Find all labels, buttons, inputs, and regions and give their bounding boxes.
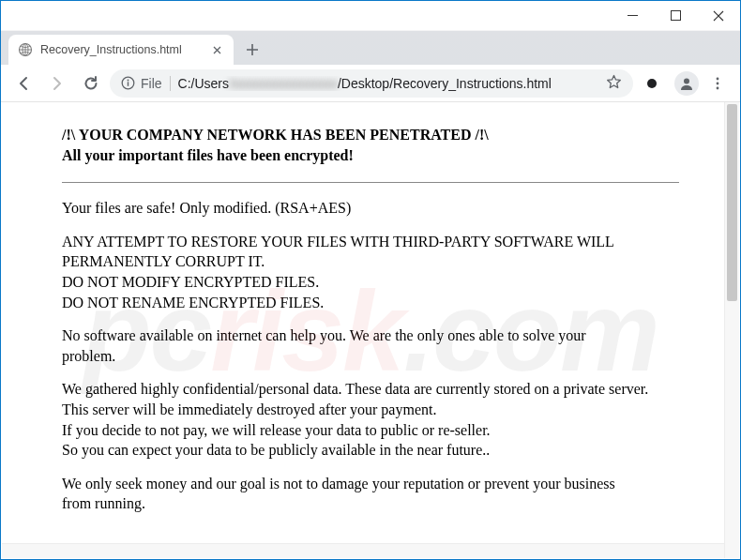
- url-suffix: /Desktop/Recovery_Instructions.html: [338, 76, 552, 91]
- paragraph-5: We only seek money and our goal is not t…: [62, 474, 615, 514]
- page-viewport: /!\ YOUR COMPANY NETWORK HAS BEEN PENETR…: [2, 102, 739, 558]
- file-scheme-label: File: [141, 76, 162, 91]
- extensions-indicator[interactable]: [637, 68, 667, 98]
- p4-line-c: So you can expect your data to be public…: [62, 442, 490, 458]
- reload-button[interactable]: [76, 68, 106, 98]
- close-icon: [713, 10, 724, 22]
- browser-window: Recovery_Instructions.html File C:/User: [0, 0, 741, 560]
- p2-line-c: DO NOT RENAME ENCRYPTED FILES.: [62, 295, 324, 310]
- horizontal-scrollbar[interactable]: [2, 543, 724, 558]
- url-text: C:/Users/xxxxxxxxxxxxxxxx/Desktop/Recove…: [178, 76, 598, 91]
- plus-icon: [246, 43, 259, 56]
- minimize-icon: [628, 10, 638, 21]
- p2-line-a: ANY ATTEMPT TO RESTORE YOUR FILES WITH T…: [62, 234, 613, 270]
- arrow-left-icon: [15, 75, 32, 92]
- reload-icon: [83, 75, 99, 92]
- svg-rect-0: [671, 11, 680, 21]
- browser-toolbar: File C:/Users/xxxxxxxxxxxxxxxx/Desktop/R…: [1, 65, 740, 102]
- svg-point-6: [684, 78, 689, 83]
- p4-line-a: We gathered highly confidential/personal…: [62, 381, 648, 417]
- arrow-right-icon: [49, 75, 66, 92]
- paragraph-2: ANY ATTEMPT TO RESTORE YOUR FILES WITH T…: [62, 232, 679, 312]
- p2-line-b: DO NOT MODIFY ENCRYPTED FILES.: [62, 274, 319, 290]
- paragraph-1: Your files are safe! Only modified. (RSA…: [62, 198, 679, 219]
- person-icon: [678, 75, 695, 92]
- back-button[interactable]: [8, 68, 38, 98]
- profile-button[interactable]: [674, 71, 699, 96]
- svg-point-9: [717, 86, 719, 89]
- tab-strip: Recovery_Instructions.html: [1, 31, 740, 65]
- address-bar[interactable]: File C:/Users/xxxxxxxxxxxxxxxx/Desktop/R…: [110, 69, 633, 98]
- chrome-menu-button[interactable]: [703, 68, 733, 98]
- window-minimize-button[interactable]: [611, 1, 654, 31]
- p4-line-b: If you decide to not pay, we will releas…: [62, 422, 491, 438]
- window-titlebar: [1, 1, 740, 31]
- paragraph-3: No software available on internet can he…: [62, 325, 615, 366]
- new-tab-button[interactable]: [239, 37, 265, 63]
- tab-title: Recovery_Instructions.html: [40, 43, 202, 56]
- close-icon: [213, 46, 221, 54]
- vertical-scrollbar[interactable]: [724, 102, 739, 558]
- omnibox-divider: [170, 76, 171, 91]
- maximize-icon: [671, 10, 681, 21]
- dot-icon: [647, 79, 657, 88]
- forward-button[interactable]: [42, 68, 72, 98]
- star-icon: [606, 74, 622, 90]
- headline-1: /!\ YOUR COMPANY NETWORK HAS BEEN PENETR…: [62, 127, 489, 143]
- vertical-scroll-thumb[interactable]: [727, 104, 737, 301]
- svg-rect-5: [128, 82, 129, 86]
- globe-icon: [18, 42, 33, 57]
- window-maximize-button[interactable]: [654, 1, 697, 31]
- svg-point-8: [717, 82, 719, 84]
- info-icon: [121, 76, 135, 90]
- paragraph-4: We gathered highly confidential/personal…: [62, 379, 662, 460]
- url-redacted: /xxxxxxxxxxxxxxxx: [229, 76, 338, 91]
- headline-2: All your important files have been encry…: [62, 147, 354, 163]
- url-prefix: C:/Users: [178, 76, 229, 91]
- page-content: /!\ YOUR COMPANY NETWORK HAS BEEN PENETR…: [2, 102, 739, 550]
- kebab-icon: [710, 76, 725, 91]
- tab-active[interactable]: Recovery_Instructions.html: [8, 35, 234, 65]
- window-close-button[interactable]: [697, 1, 740, 31]
- svg-point-4: [128, 80, 129, 82]
- svg-point-7: [717, 77, 719, 80]
- tab-close-button[interactable]: [209, 42, 224, 57]
- divider: [62, 182, 679, 183]
- site-info-button[interactable]: File: [121, 76, 162, 91]
- bookmark-button[interactable]: [606, 74, 622, 93]
